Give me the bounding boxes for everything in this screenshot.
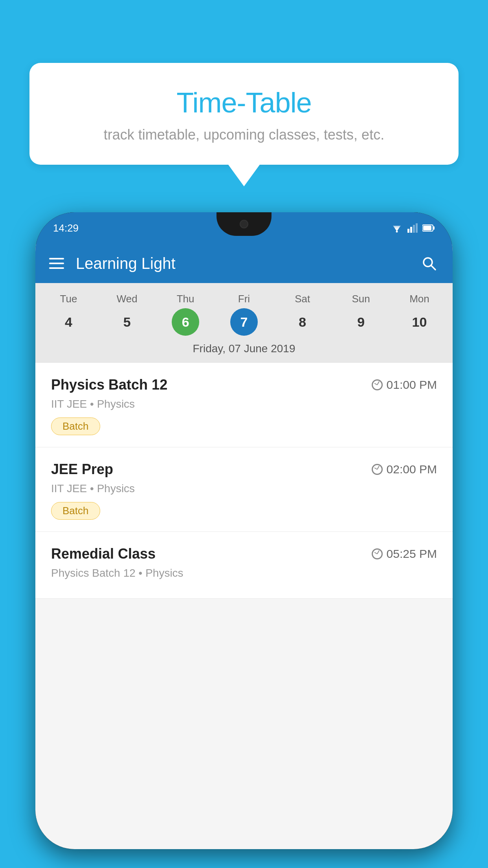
svg-rect-5	[410, 227, 412, 233]
schedule-item-header: JEE Prep 02:00 PM	[51, 461, 437, 478]
bubble-subtitle: track timetable, upcoming classes, tests…	[49, 127, 439, 143]
schedule-title: JEE Prep	[51, 461, 113, 478]
schedule-time: 02:00 PM	[372, 463, 437, 476]
weekday-label: Thu	[177, 293, 194, 305]
weekday-label: Mon	[409, 293, 429, 305]
batch-tag: Batch	[51, 417, 100, 435]
schedule-subtitle: Physics Batch 12 • Physics	[51, 567, 437, 579]
schedule-item-header: Physics Batch 12 01:00 PM	[51, 377, 437, 393]
weekday-col[interactable]: Thu6	[160, 293, 211, 336]
app-title: Learning Light	[76, 255, 419, 272]
date-circle[interactable]: 6	[172, 308, 199, 336]
status-time: 14:29	[53, 222, 79, 234]
time-label: 01:00 PM	[387, 378, 437, 392]
schedule-subtitle: IIT JEE • Physics	[51, 482, 437, 495]
bubble-title: Time-Table	[49, 86, 439, 119]
date-circle[interactable]: 4	[55, 308, 82, 336]
weekday-col[interactable]: Sat8	[277, 293, 328, 336]
svg-rect-9	[433, 226, 435, 230]
schedule-list: Physics Batch 12 01:00 PM IIT JEE • Phys…	[35, 363, 453, 599]
date-circle[interactable]: 5	[113, 308, 141, 336]
svg-line-12	[431, 265, 435, 270]
speech-bubble-container: Time-Table track timetable, upcoming cla…	[29, 63, 459, 186]
date-circle[interactable]: 9	[347, 308, 375, 336]
svg-rect-6	[413, 225, 415, 233]
batch-tag: Batch	[51, 502, 100, 520]
date-circle[interactable]: 7	[230, 308, 258, 336]
weekday-label: Fri	[238, 293, 250, 305]
weekdays-row: Tue4Wed5Thu6Fri7Sat8Sun9Mon10	[35, 289, 453, 338]
clock-icon	[372, 548, 383, 559]
schedule-item-header: Remedial Class 05:25 PM	[51, 546, 437, 562]
signal-icon	[407, 223, 418, 233]
date-circle[interactable]: 8	[289, 308, 316, 336]
screen: Learning Light Tue4Wed5Thu6Fri7Sat8Sun9M…	[35, 244, 453, 849]
search-button[interactable]	[419, 254, 439, 273]
search-icon	[421, 256, 437, 271]
battery-icon	[422, 224, 435, 232]
svg-point-3	[396, 231, 398, 233]
weekday-col[interactable]: Wed5	[101, 293, 152, 336]
weekday-label: Sun	[352, 293, 370, 305]
schedule-item[interactable]: Physics Batch 12 01:00 PM IIT JEE • Phys…	[35, 363, 453, 447]
svg-rect-7	[416, 223, 418, 233]
date-circle[interactable]: 10	[405, 308, 433, 336]
menu-button[interactable]	[49, 258, 64, 269]
svg-rect-10	[423, 226, 431, 230]
schedule-item[interactable]: Remedial Class 05:25 PM Physics Batch 12…	[35, 532, 453, 599]
calendar-section: Tue4Wed5Thu6Fri7Sat8Sun9Mon10 Friday, 07…	[35, 283, 453, 363]
status-bar: 14:29	[35, 212, 453, 244]
schedule-time: 05:25 PM	[372, 547, 437, 561]
schedule-subtitle: IIT JEE • Physics	[51, 398, 437, 410]
selected-date-label: Friday, 07 June 2019	[35, 338, 453, 361]
svg-rect-4	[407, 229, 409, 233]
weekday-col[interactable]: Mon10	[394, 293, 445, 336]
notch	[216, 212, 272, 236]
weekday-col[interactable]: Fri7	[218, 293, 270, 336]
wifi-icon	[391, 223, 403, 233]
weekday-label: Tue	[60, 293, 77, 305]
status-icons	[391, 223, 435, 233]
time-label: 02:00 PM	[387, 463, 437, 476]
weekday-col[interactable]: Sun9	[336, 293, 387, 336]
bubble-pointer	[228, 165, 260, 186]
schedule-time: 01:00 PM	[372, 378, 437, 392]
weekday-label: Sat	[295, 293, 310, 305]
clock-icon	[372, 379, 383, 390]
speech-bubble: Time-Table track timetable, upcoming cla…	[29, 63, 459, 165]
schedule-title: Physics Batch 12	[51, 377, 167, 393]
clock-icon	[372, 464, 383, 475]
weekday-col[interactable]: Tue4	[43, 293, 94, 336]
time-label: 05:25 PM	[387, 547, 437, 561]
schedule-item[interactable]: JEE Prep 02:00 PM IIT JEE • Physics Batc…	[35, 447, 453, 532]
app-bar: Learning Light	[35, 244, 453, 283]
camera	[240, 220, 248, 228]
phone-frame: 14:29	[35, 212, 453, 849]
weekday-label: Wed	[117, 293, 138, 305]
schedule-title: Remedial Class	[51, 546, 156, 562]
